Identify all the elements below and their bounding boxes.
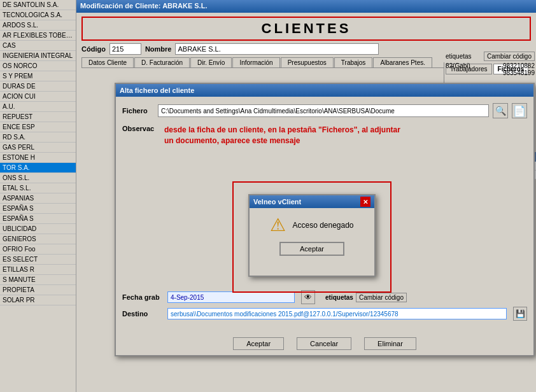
aceptar-button[interactable]: Aceptar [233, 337, 284, 350]
dialog-alta-titlebar: Alta fichero del cliente [116, 84, 533, 97]
sidebar-item-6[interactable]: OS NORCO [0, 61, 76, 71]
sidebar-item-0[interactable]: DE SANTOLIN S.A. [0, 0, 76, 10]
destino-row: Destino 💾 [122, 307, 527, 321]
fichero-label: Fichero [122, 107, 154, 115]
alert-message: Acceso denegado [292, 221, 353, 230]
sidebar-item-21[interactable]: ESPAÑA S [0, 214, 76, 224]
main-titlebar: Modificación de Cliente: ABRAKE S.L. [76, 0, 536, 13]
sidebar-item-16[interactable]: TOR S.A. [0, 163, 76, 173]
codigo-label: Código [81, 45, 106, 53]
main-title-text: Modificación de Cliente: ABRAKE S.L. [80, 2, 207, 10]
tab-albaranes-ptes[interactable]: Albaranes Ptes. [373, 57, 432, 67]
sidebar-item-19[interactable]: ASPANIAS [0, 193, 76, 204]
destino-label: Destino [122, 310, 164, 318]
sidebar-item-28[interactable]: PROPIETA [0, 285, 76, 295]
tab-trabajos[interactable]: Trabajos [334, 57, 373, 67]
tab-presupuestos[interactable]: Presupuestos [281, 57, 334, 67]
sidebar-item-14[interactable]: GAS PERL [0, 143, 76, 153]
search-icon-btn[interactable]: 🔍 [493, 103, 508, 118]
etiquetas-right-label: etiquetas [325, 294, 353, 301]
sidebar-item-7[interactable]: S Y PREM [0, 71, 76, 81]
codigo-input[interactable] [109, 43, 141, 55]
fecha-grabacion-label: Fecha grab [122, 293, 164, 301]
pdf-icon-btn[interactable]: 📄 [512, 103, 527, 118]
sidebar-item-15[interactable]: ESTONE H [0, 153, 76, 163]
dialog-content: Fichero 🔍 📄 Observac desde la ficha de u… [116, 97, 533, 159]
sidebar-item-26[interactable]: ETILLAS R [0, 265, 76, 275]
sidebar: DE SANTOLIN S.A. TECNOLOGICA S.A. ARDOS … [0, 0, 76, 392]
phone-2: 983548199 [503, 69, 535, 76]
user-label: 82(Gabi) [446, 62, 470, 69]
dialog-alta-title: Alta fichero del cliente [120, 87, 194, 94]
main-window: Modificación de Cliente: ABRAKE S.L. CLI… [76, 0, 536, 392]
phone-1: 983210882 [503, 62, 535, 69]
fecha-grabacion-row: Fecha grab 👁 etiquetas Cambiar código [122, 290, 527, 304]
tab-d-facturacion[interactable]: D. Facturación [134, 57, 190, 67]
sidebar-item-2[interactable]: ARDOS S.L. [0, 20, 76, 31]
warning-icon: ⚠ [270, 214, 286, 235]
sidebar-item-17[interactable]: ONS S.L. [0, 173, 76, 183]
alert-titlebar: Velneo vClient ✕ [250, 195, 374, 208]
alert-dialog: Velneo vClient ✕ ⚠ Acceso denegado Acept… [248, 194, 376, 277]
alert-title: Velneo vClient [253, 198, 301, 206]
clientes-title: CLIENTES [262, 20, 351, 36]
alert-body: ⚠ Acceso denegado Aceptar [250, 208, 374, 262]
sidebar-item-24[interactable]: OFRIO Foo [0, 244, 76, 255]
dialog-buttons: Aceptar Cancelar Eliminar [116, 337, 533, 350]
nombre-input[interactable] [175, 43, 379, 55]
tab-datos-cliente[interactable]: Datos Cliente [81, 57, 134, 67]
sidebar-item-4[interactable]: CAS [0, 41, 76, 51]
bottom-fields: Fecha grab 👁 etiquetas Cambiar código De… [122, 290, 527, 323]
destino-input[interactable] [167, 308, 507, 319]
sidebar-item-1[interactable]: TECNOLOGICA S.A. [0, 10, 76, 20]
cambiar-codigo-right-btn[interactable]: Cambiar código [356, 293, 407, 302]
sidebar-item-9[interactable]: ACION CUI [0, 92, 76, 102]
sidebar-item-3[interactable]: AR FLEXIBLES TOBEPAL [0, 31, 76, 41]
sidebar-item-27[interactable]: S MANUTE [0, 275, 76, 285]
sidebar-item-13[interactable]: RD S.A. [0, 132, 76, 143]
cambiar-codigo-button[interactable]: Cambiar código [484, 52, 535, 61]
observac-label: Observac [122, 125, 160, 146]
alert-close-button[interactable]: ✕ [360, 197, 370, 207]
sidebar-item-22[interactable]: UBLICIDAD [0, 224, 76, 234]
sidebar-item-18[interactable]: ETAL S.L. [0, 183, 76, 193]
clientes-header: CLIENTES [81, 17, 531, 41]
sidebar-item-12[interactable]: ENCE ESP [0, 122, 76, 132]
cancelar-button[interactable]: Cancelar [297, 337, 351, 350]
observac-row: Observac desde la ficha de un cliente, e… [122, 125, 527, 146]
eliminar-button[interactable]: Eliminar [364, 337, 416, 350]
sidebar-item-8[interactable]: DURAS DE [0, 81, 76, 92]
tab-informacion[interactable]: Información [232, 57, 279, 67]
right-bottom: etiquetas Cambiar código 82(Gabi) 983210… [444, 50, 536, 78]
alert-ok-button[interactable]: Aceptar [279, 242, 344, 256]
fecha-grabacion-input[interactable] [167, 291, 295, 303]
fichero-input[interactable] [158, 104, 489, 117]
observac-text: desde la ficha de un cliente, en la pest… [164, 125, 400, 146]
sidebar-item-5[interactable]: INGENIERIA INTEGRAL [0, 51, 76, 61]
eye-icon-btn[interactable]: 👁 [301, 290, 315, 304]
sidebar-item-25[interactable]: ES SELECT [0, 255, 76, 265]
nombre-label: Nombre [145, 45, 172, 53]
tab-dir-envio[interactable]: Dir. Envío [190, 57, 232, 67]
sidebar-item-10[interactable]: A.U. [0, 102, 76, 112]
fichero-row: Fichero 🔍 📄 [122, 103, 527, 118]
sidebar-item-29[interactable]: SOLAR PR [0, 295, 76, 305]
sidebar-item-11[interactable]: REPUEST [0, 112, 76, 122]
sidebar-item-23[interactable]: GENIEROS [0, 234, 76, 244]
etiquetas-label: etiquetas [446, 53, 472, 60]
alert-message-row: ⚠ Acceso denegado [270, 214, 353, 235]
sidebar-item-20[interactable]: ESPAÑA S [0, 204, 76, 214]
download-icon-btn[interactable]: 💾 [513, 307, 527, 321]
